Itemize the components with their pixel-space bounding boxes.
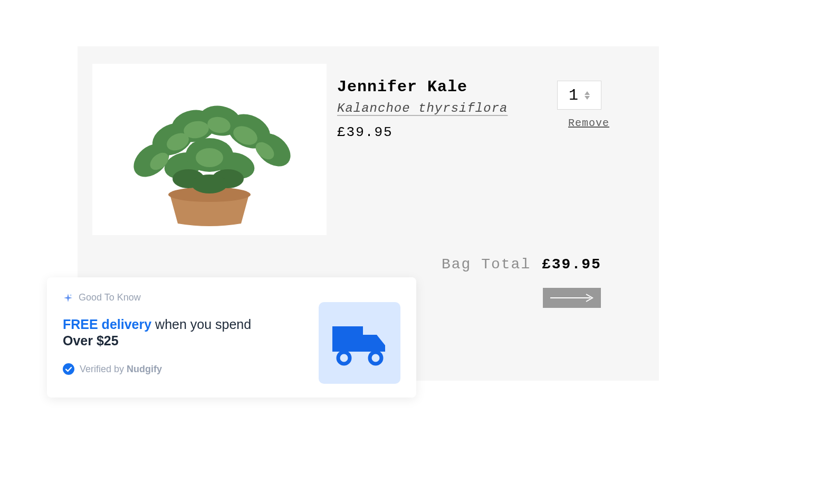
nudge-message: FREE delivery when you spend Over $25 Ve… xyxy=(63,317,251,375)
svg-point-21 xyxy=(63,363,74,375)
product-title: Jennifer Kale xyxy=(337,78,467,96)
svg-point-24 xyxy=(370,352,381,364)
bag-total-value: £39.95 xyxy=(542,256,601,273)
svg-rect-22 xyxy=(332,326,363,352)
proceed-button[interactable] xyxy=(543,288,601,308)
bag-total-label: Bag Total xyxy=(442,256,531,273)
svg-point-14 xyxy=(196,148,223,167)
arrow-right-icon xyxy=(549,293,595,303)
nudge-verified-prefix: Verified by xyxy=(80,364,127,374)
product-image xyxy=(92,64,327,235)
plant-illustration xyxy=(99,71,320,229)
svg-point-23 xyxy=(338,352,350,364)
truck-icon xyxy=(328,317,391,370)
sparkle-icon xyxy=(63,293,73,303)
nudge-verified-brand: Nudgify xyxy=(127,364,162,374)
quantity-value: 1 xyxy=(569,86,578,104)
nudge-line1-remainder: when you spend xyxy=(151,317,251,332)
nudge-header-text: Good To Know xyxy=(79,292,141,303)
product-subtitle[interactable]: Kalanchoe thyrsiflora xyxy=(337,101,508,115)
product-price: £39.95 xyxy=(337,124,393,140)
quantity-stepper[interactable]: 1 xyxy=(557,81,601,110)
nudge-line2: Over $25 xyxy=(63,333,251,348)
svg-point-19 xyxy=(192,175,227,193)
truck-tile xyxy=(319,302,400,384)
check-circle-icon xyxy=(63,363,74,375)
nudge-card: Good To Know FREE delivery when you spen… xyxy=(47,277,416,398)
remove-link[interactable]: Remove xyxy=(568,117,609,129)
nudge-free-label: FREE delivery xyxy=(63,317,151,332)
chevron-up-icon[interactable] xyxy=(585,91,590,95)
chevron-down-icon[interactable] xyxy=(585,96,590,100)
